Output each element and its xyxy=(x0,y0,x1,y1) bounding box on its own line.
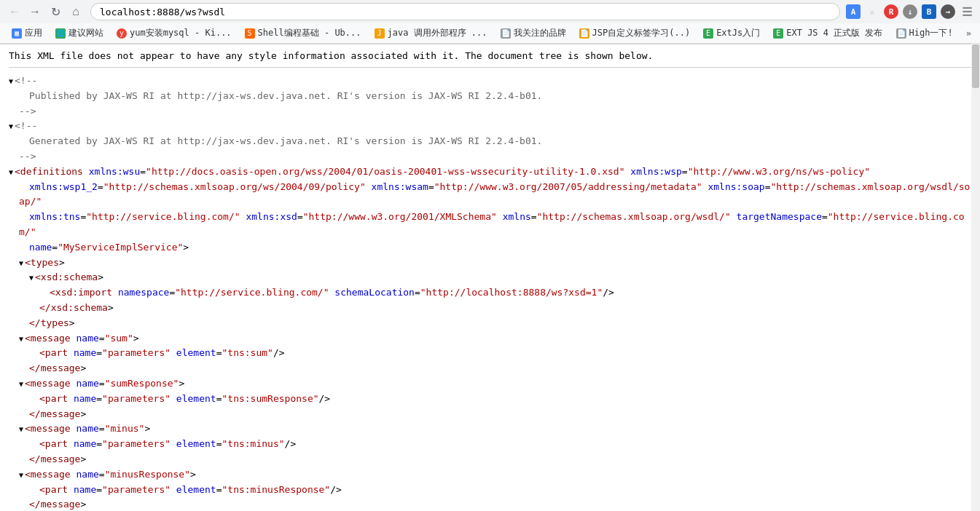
bookmark-extjs[interactable]: E ExtJs入门 xyxy=(697,25,766,41)
xml-tag-text: <message name="minusResponse"> xyxy=(25,469,196,480)
bookmark-high-label: High一下! xyxy=(909,27,953,39)
xml-line: </message> xyxy=(19,407,971,422)
xml-line: --> xyxy=(9,104,971,119)
extension-icon-1[interactable]: A xyxy=(846,4,861,19)
collapse-triangle[interactable]: ▼ xyxy=(19,471,23,479)
xml-line: Generated by JAX-WS RI at http://jax-ws.… xyxy=(19,134,971,149)
bookmark-high[interactable]: 📄 High一下! xyxy=(890,25,959,41)
scrollbar-thumb[interactable] xyxy=(972,44,979,88)
collapse-triangle[interactable]: ▼ xyxy=(19,380,23,388)
page-content: This XML file does not appear to have an… xyxy=(0,44,980,511)
xml-line: xmlns:wsp1_2="http://schemas.xmlsoap.org… xyxy=(19,180,971,210)
brand-icon: 📄 xyxy=(501,28,511,39)
star-icon[interactable]: ☆ xyxy=(865,4,879,19)
xml-line: <part name="parameters" element="tns:min… xyxy=(29,437,971,452)
extension-icon-2[interactable]: R xyxy=(884,4,898,19)
xml-tag-text: </message> xyxy=(29,499,86,510)
xml-line: <part name="parameters" element="tns:sum… xyxy=(29,392,971,407)
more-bookmarks-button[interactable]: » xyxy=(960,27,977,40)
xml-line: ▼<message name="minus"> xyxy=(19,421,971,437)
comment-text: Generated by JAX-WS RI at http://jax-ws.… xyxy=(29,135,542,146)
xml-line: <part name="parameters" element="tns:sum… xyxy=(29,346,971,361)
bookmark-java[interactable]: J java 调用外部程序 ... xyxy=(369,25,493,41)
xml-line: </types> xyxy=(19,316,971,331)
xml-tag-text: </xsd:schema> xyxy=(39,302,114,313)
extension-icon-4[interactable]: B xyxy=(922,4,936,19)
browser-chrome: ← → ↻ ⌂ A ☆ R ↓ B → ☰ ▦ 应用 🌐 建议网站 y yum安… xyxy=(0,0,980,44)
bookmark-suggest-label: 建议网站 xyxy=(68,27,103,39)
collapse-triangle[interactable]: ▼ xyxy=(9,168,13,176)
xml-line: ▼<definitions xmlns:wsu="http://docs.oas… xyxy=(9,165,971,180)
home-button[interactable]: ⌂ xyxy=(67,3,85,20)
collapse-triangle[interactable]: ▼ xyxy=(19,425,23,433)
xml-line: ▼<types> xyxy=(19,256,971,271)
xml-line: </xsd:schema> xyxy=(29,301,971,316)
comment-text: <!-- xyxy=(15,75,37,86)
xml-tag-text: <xsd:schema> xyxy=(35,272,103,282)
xml-line: <part name="parameters" element="tns:min… xyxy=(29,483,971,498)
xml-tag-text: <part name="parameters" element="tns:sum… xyxy=(39,393,330,404)
refresh-button[interactable]: ↻ xyxy=(47,3,64,20)
apps-icon: ▦ xyxy=(12,28,22,39)
bookmark-shell[interactable]: S Shell编程基础 - Ub... xyxy=(239,25,367,41)
xml-tag-text: name="MyServiceImplService"> xyxy=(29,242,189,253)
bookmark-apps-label: 应用 xyxy=(25,27,42,39)
jsp-icon: 📄 xyxy=(579,28,589,39)
xml-content: ▼<!--Published by JAX-WS RI at http://ja… xyxy=(9,74,971,511)
xml-line: </message> xyxy=(19,452,971,467)
info-message: This XML file does not appear to have an… xyxy=(9,50,971,68)
bookmark-jsp-label: JSP自定义标签学习(..) xyxy=(592,27,691,39)
extension-icon-5[interactable]: → xyxy=(941,4,955,19)
collapse-triangle[interactable]: ▼ xyxy=(9,122,13,130)
suggest-icon: 🌐 xyxy=(55,28,66,39)
comment-text: --> xyxy=(19,151,36,162)
comment-text: --> xyxy=(19,106,36,116)
extjs-icon: E xyxy=(703,28,713,39)
bookmark-extjs4[interactable]: E EXT JS 4 正式版 发布 xyxy=(767,25,888,41)
bookmark-brand-label: 我关注的品牌 xyxy=(514,27,566,39)
bookmark-apps[interactable]: ▦ 应用 xyxy=(6,25,48,41)
xml-line: </message> xyxy=(19,497,971,511)
xml-line: xmlns:tns="http://service.bling.com/" xm… xyxy=(19,210,971,240)
extension-icon-3[interactable]: ↓ xyxy=(903,4,917,19)
comment-text: Published by JAX-WS RI at http://jax-ws.… xyxy=(29,90,542,101)
collapse-triangle[interactable]: ▼ xyxy=(19,259,23,267)
menu-icon[interactable]: ☰ xyxy=(960,4,974,19)
shell-icon: S xyxy=(245,28,255,39)
xml-tag-text: xmlns:wsp1_2="http://schemas.xmlsoap.org… xyxy=(19,181,970,207)
nav-buttons: ← → ↻ ⌂ xyxy=(6,3,85,20)
bookmark-yum[interactable]: y yum安装mysql - Ki... xyxy=(111,25,238,41)
xml-line: ▼<message name="minusResponse"> xyxy=(19,467,971,483)
address-bar[interactable] xyxy=(90,3,840,20)
xml-line: ▼<!-- xyxy=(9,74,971,89)
xml-line: ▼<message name="sumResponse"> xyxy=(19,376,971,392)
xml-tag-text: <message name="sumResponse"> xyxy=(25,378,184,389)
toolbar-icons: A ☆ R ↓ B → ☰ xyxy=(846,4,974,19)
xml-tag-text: <types> xyxy=(25,257,65,268)
forward-button[interactable]: → xyxy=(26,3,44,20)
xml-tag-text: <xsd:import namespace="http://service.bl… xyxy=(50,287,614,298)
collapse-triangle[interactable]: ▼ xyxy=(9,77,13,85)
yum-icon: y xyxy=(117,28,127,39)
xml-line: ▼<message name="sum"> xyxy=(19,331,971,346)
xml-tag-text: </message> xyxy=(29,453,86,464)
xml-line: </message> xyxy=(19,361,971,376)
bookmark-jsp[interactable]: 📄 JSP自定义标签学习(..) xyxy=(573,25,697,41)
bookmark-extjs4-label: EXT JS 4 正式版 发布 xyxy=(786,27,882,39)
xml-tag-text: </message> xyxy=(29,363,86,373)
collapse-triangle[interactable]: ▼ xyxy=(19,335,23,343)
bookmark-java-label: java 调用外部程序 ... xyxy=(388,27,487,39)
xml-tag-text: </types> xyxy=(29,317,75,328)
collapse-triangle[interactable]: ▼ xyxy=(29,274,34,282)
back-button[interactable]: ← xyxy=(6,3,23,20)
scrollbar[interactable] xyxy=(971,44,980,511)
xml-tag-text: <part name="parameters" element="tns:min… xyxy=(39,438,296,449)
title-bar: ← → ↻ ⌂ A ☆ R ↓ B → ☰ xyxy=(0,0,980,23)
xml-line: --> xyxy=(9,149,971,165)
java-icon: J xyxy=(375,28,385,39)
bookmark-suggest[interactable]: 🌐 建议网站 xyxy=(50,25,109,41)
xml-tag-text: xmlns:tns="http://service.bling.com/" xm… xyxy=(19,211,965,237)
bookmark-brand[interactable]: 📄 我关注的品牌 xyxy=(495,25,572,41)
bookmark-yum-label: yum安装mysql - Ki... xyxy=(130,27,232,39)
xml-tag-text: <definitions xmlns:wsu="http://docs.oasi… xyxy=(15,166,870,177)
